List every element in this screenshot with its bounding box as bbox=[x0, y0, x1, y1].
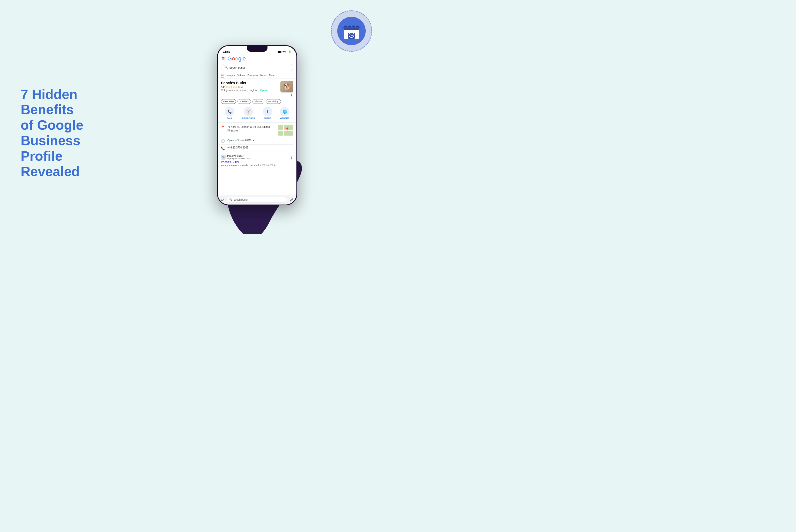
chip-photos[interactable]: Photos bbox=[253, 99, 264, 104]
chip-grooming[interactable]: Grooming bbox=[266, 99, 281, 104]
title-line3: Profile Revealed bbox=[21, 149, 79, 179]
left-section: 7 Hidden Benefits of Google Business Pro… bbox=[0, 71, 124, 195]
open-status: Open bbox=[260, 89, 267, 92]
phone-notch bbox=[247, 46, 267, 52]
site-favicon: 🐾 bbox=[221, 155, 226, 159]
right-section: G bbox=[124, 0, 398, 266]
call-icon-circle: 📞 bbox=[225, 107, 234, 116]
review-count: (103) bbox=[238, 86, 244, 88]
store-icon: G bbox=[340, 19, 363, 43]
hours-row[interactable]: 🕐 Open · Closes 6 PM ▼ bbox=[221, 137, 293, 145]
tab-shopping[interactable]: Shopping bbox=[247, 73, 258, 77]
bottom-search-icon: 🔍 bbox=[229, 198, 232, 201]
status-icons: ▮▮▮ WiFi 🔋 bbox=[278, 50, 291, 53]
map-thumbnail[interactable]: 📍 bbox=[278, 125, 293, 136]
call-icon: 📞 bbox=[227, 110, 232, 114]
business-photo: 🐕 bbox=[280, 81, 293, 92]
tab-all[interactable]: All bbox=[221, 73, 224, 77]
page-container: 7 Hidden Benefits of Google Business Pro… bbox=[0, 0, 398, 266]
site-url: https://poochsbutler.co.uk bbox=[227, 157, 251, 159]
directions-button[interactable]: 🧭 DIRECTIONS bbox=[242, 107, 255, 119]
dog-photo-icon: 🐕 bbox=[280, 81, 293, 92]
phone-icon: 📞 bbox=[221, 147, 225, 150]
web-result-info: 🐾 Pooch's Butler https://poochsbutler.co… bbox=[221, 155, 251, 159]
location-icon: 📍 bbox=[221, 126, 225, 129]
website-icon-circle: 🌐 bbox=[280, 107, 289, 116]
search-bar[interactable]: 🔍 pooch butler bbox=[221, 64, 293, 71]
website-button[interactable]: 🌐 WEBSITE bbox=[280, 107, 289, 119]
google-header: ☰ Google bbox=[218, 54, 296, 63]
phone-row: 📞 +44 20 3770 9366 bbox=[221, 145, 293, 152]
web-result-desc: we are a top recommended pet spa for 202… bbox=[221, 164, 293, 167]
bottom-search-text: pooch butler bbox=[234, 198, 248, 201]
gbp-icon-circle: G bbox=[331, 10, 372, 52]
clock-icon: 🕐 bbox=[221, 139, 225, 143]
share-icon: ⬆ bbox=[266, 110, 269, 114]
tab-news[interactable]: News bbox=[260, 73, 266, 77]
signal-icon: ▮▮▮ bbox=[278, 50, 281, 53]
info-section: 📍 71 York St, London W1H 1BJ, United Kin… bbox=[218, 123, 296, 153]
google-logo: Google bbox=[227, 55, 246, 62]
more-options-icon[interactable]: ⋮ bbox=[290, 94, 293, 98]
site-name: Pooch's Butler bbox=[227, 155, 251, 157]
search-icon: 🔍 bbox=[224, 66, 228, 69]
star-rating: ★★★★★ bbox=[226, 86, 237, 88]
search-tabs: All Images Videos Shopping News Maps bbox=[218, 72, 296, 79]
share-button[interactable]: ⬆ SHARE bbox=[263, 107, 272, 119]
web-result-title[interactable]: Pooch's Butler bbox=[221, 160, 293, 164]
title-line2: of Google Business bbox=[21, 117, 84, 148]
tab-images[interactable]: Images bbox=[227, 73, 235, 77]
address-text: 71 York St, London W1H 1BJ, United Kingd… bbox=[227, 125, 275, 132]
chip-reviews[interactable]: Reviews bbox=[238, 99, 251, 104]
title-line1: 7 Hidden Benefits bbox=[21, 87, 77, 117]
svg-text:G: G bbox=[350, 33, 353, 37]
call-label: CALL bbox=[227, 117, 232, 119]
call-button[interactable]: 📞 CALL bbox=[225, 107, 234, 119]
chip-overview[interactable]: Overview bbox=[221, 99, 236, 104]
website-label: WEBSITE bbox=[280, 117, 289, 119]
web-result: 🐾 Pooch's Butler https://poochsbutler.co… bbox=[218, 153, 296, 169]
gbp-icon-inner: G bbox=[337, 17, 366, 45]
search-query: pooch butler bbox=[229, 66, 245, 69]
phone-screen: 11:52 ▮▮▮ WiFi 🔋 ☰ Google bbox=[218, 46, 296, 205]
directions-icon: 🧭 bbox=[246, 110, 251, 114]
phone-number: +44 20 3770 9366 bbox=[227, 146, 248, 149]
phone-mockup: 11:52 ▮▮▮ WiFi 🔋 ☰ Google bbox=[217, 45, 297, 205]
business-card: Pooch's Butler 4.9 ★★★★★ (103) Pet groom… bbox=[218, 79, 296, 123]
chevron-down-icon: ▼ bbox=[252, 139, 255, 142]
share-icon-circle: ⬆ bbox=[263, 107, 272, 116]
hours-open-text: Open bbox=[227, 139, 234, 142]
map-pin-icon: 📍 bbox=[285, 127, 290, 131]
hamburger-icon[interactable]: ☰ bbox=[221, 57, 225, 61]
battery-icon: 🔋 bbox=[289, 50, 291, 53]
wifi-icon: WiFi bbox=[282, 50, 288, 53]
tab-videos[interactable]: Videos bbox=[237, 73, 245, 77]
directions-label: DIRECTIONS bbox=[242, 117, 255, 119]
microphone-icon[interactable]: 🎤 bbox=[290, 198, 293, 202]
directions-icon-circle: 🧭 bbox=[244, 107, 253, 116]
action-chips: Overview Reviews Photos Grooming bbox=[221, 99, 293, 104]
web-result-more-icon[interactable]: ⋮ bbox=[290, 155, 293, 159]
main-title: 7 Hidden Benefits of Google Business Pro… bbox=[21, 87, 114, 179]
share-label: SHARE bbox=[264, 117, 271, 119]
bottom-search-bar[interactable]: 🔍 pooch butler bbox=[226, 197, 288, 203]
phone-hand-container: 11:52 ▮▮▮ WiFi 🔋 ☰ Google bbox=[197, 37, 326, 234]
business-header: Pooch's Butler 4.9 ★★★★★ (103) Pet groom… bbox=[221, 81, 293, 98]
address-row: 📍 71 York St, London W1H 1BJ, United Kin… bbox=[221, 124, 293, 137]
business-name: Pooch's Butler bbox=[221, 81, 267, 85]
text-size-control[interactable]: aA bbox=[221, 198, 224, 201]
action-buttons: 📞 CALL 🧭 DIRECTIONS bbox=[221, 106, 293, 120]
rating-number: 4.9 bbox=[221, 86, 225, 88]
bottom-bar: aA 🔍 pooch butler 🎤 bbox=[218, 195, 296, 205]
tab-maps[interactable]: Maps bbox=[269, 73, 275, 77]
rating-row: 4.9 ★★★★★ (103) bbox=[221, 86, 267, 88]
status-time: 11:52 bbox=[223, 50, 230, 53]
hours-text: · Closes 6 PM bbox=[235, 139, 251, 142]
website-icon: 🌐 bbox=[282, 110, 287, 114]
web-result-header: 🐾 Pooch's Butler https://poochsbutler.co… bbox=[221, 155, 293, 159]
business-category: Pet groomer in London, England · Open bbox=[221, 89, 267, 92]
